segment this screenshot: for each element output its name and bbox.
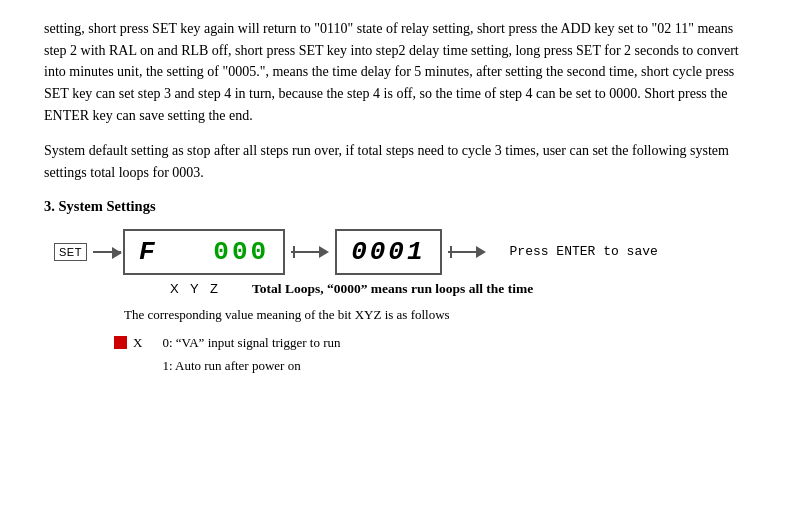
arrow-1 <box>93 251 121 253</box>
paragraph-2: System default setting as stop after all… <box>44 140 749 183</box>
arrow-3 <box>448 241 486 263</box>
xyz-and-total-row: X Y Z Total Loops, “0000” means run loop… <box>54 281 749 297</box>
set-label: SET <box>54 243 87 261</box>
bit-row: X 0: “VA” input signal trigger to run 1:… <box>114 331 749 378</box>
xyz-col: X Y Z <box>54 281 222 297</box>
bit-x-col: X <box>114 335 142 351</box>
display1-f-char: F <box>139 237 158 267</box>
total-loops-text: Total Loops, “0000” means run loops all … <box>252 281 533 296</box>
bit-desc-0: 0: “VA” input signal trigger to run <box>162 331 340 354</box>
display-box-1: F 000 <box>123 229 285 275</box>
press-enter-text: Press ENTER to save <box>510 244 658 259</box>
bit-desc-1: 1: Auto run after power on <box>162 354 340 377</box>
diagram-section: SET F 000 0001 <box>44 229 749 297</box>
section-title: 3. System Settings <box>44 198 749 215</box>
display-box-2: 0001 <box>335 229 441 275</box>
paragraph-1: setting, short press SET key again will … <box>44 18 749 126</box>
display1-digits: 000 <box>213 237 269 267</box>
red-square-icon <box>114 336 127 349</box>
diagram-row: SET F 000 0001 <box>54 229 749 275</box>
bit-intro-text: The corresponding value meaning of the b… <box>124 307 749 323</box>
x-label: X <box>133 335 142 351</box>
svg-marker-1 <box>319 246 329 258</box>
arrow-2 <box>291 241 329 263</box>
bit-descriptions: 0: “VA” input signal trigger to run 1: A… <box>162 331 340 378</box>
xyz-label: X Y Z <box>170 281 222 296</box>
total-col: Total Loops, “0000” means run loops all … <box>252 281 749 297</box>
display2-digits: 0001 <box>351 237 425 267</box>
svg-marker-4 <box>476 246 486 258</box>
